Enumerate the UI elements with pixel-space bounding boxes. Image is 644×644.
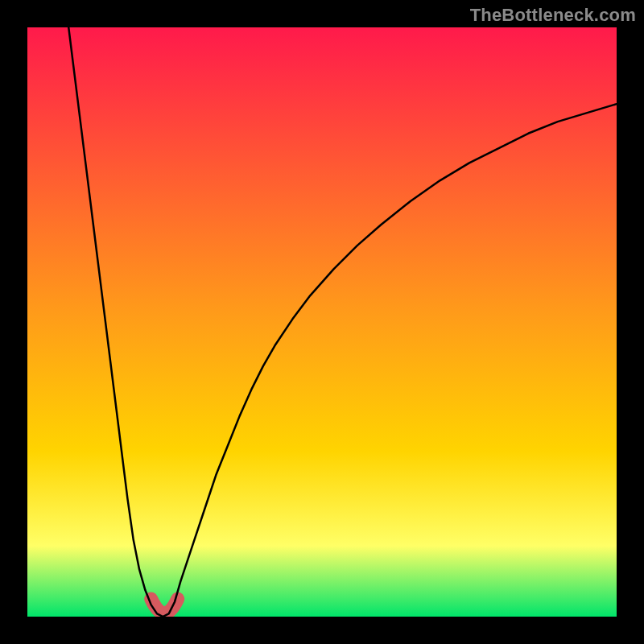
watermark-text: TheBottleneck.com xyxy=(470,5,636,26)
plot-area xyxy=(27,27,617,617)
gradient-background xyxy=(27,27,617,617)
chart-frame: TheBottleneck.com xyxy=(0,0,644,644)
chart-svg xyxy=(27,27,617,617)
